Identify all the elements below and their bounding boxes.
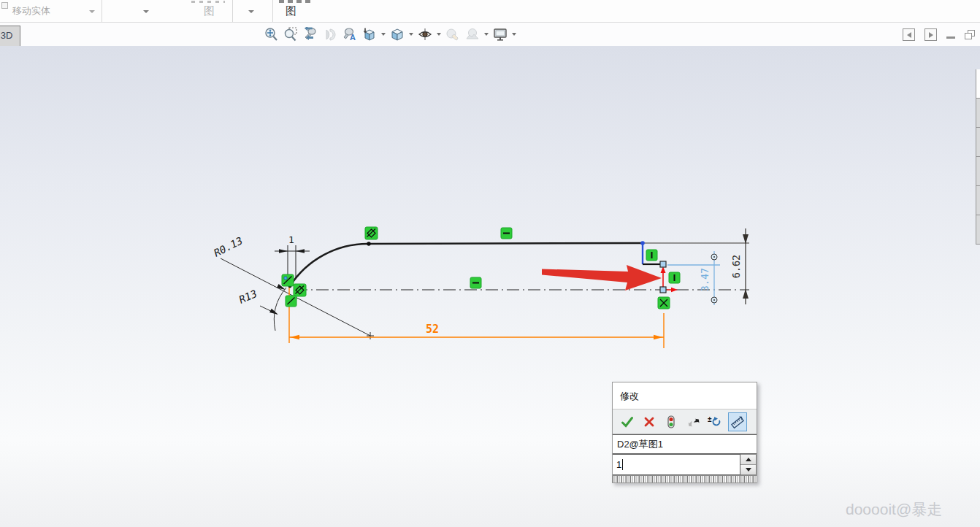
accept-button[interactable] xyxy=(619,413,636,431)
constraint-coincident-icon[interactable] xyxy=(658,297,670,309)
top-offset-dimension[interactable]: 1 xyxy=(275,234,310,281)
task-pane-tab[interactable] xyxy=(976,157,980,186)
constraint-tangent-icon[interactable] xyxy=(286,296,296,307)
x-icon xyxy=(643,416,655,428)
reset-spin-increment-button[interactable]: ± xyxy=(706,413,724,431)
endpoint-handle[interactable] xyxy=(660,287,666,293)
sketch-profile[interactable] xyxy=(288,242,643,288)
svg-text:R13: R13 xyxy=(237,288,259,306)
svg-text:R0.13: R0.13 xyxy=(212,234,245,258)
svg-text:±: ± xyxy=(708,415,712,423)
task-pane-tab[interactable] xyxy=(976,215,980,245)
thumbwheel[interactable] xyxy=(613,475,757,482)
solidworks-window: { "toolbar_top": { "move_entities_label"… xyxy=(0,0,980,527)
task-pane-tab[interactable] xyxy=(976,99,980,128)
construction-arc[interactable] xyxy=(274,288,286,331)
task-pane-tab[interactable] xyxy=(976,69,980,99)
arc-radius-dimension[interactable]: R13 xyxy=(237,288,278,315)
ruler-icon xyxy=(730,415,745,429)
length-dimension[interactable]: 52 xyxy=(289,288,664,348)
value-spinner xyxy=(740,454,757,475)
rebuild-button[interactable] xyxy=(662,413,680,431)
constraint-vertical-icon[interactable] xyxy=(669,272,680,283)
text-cursor xyxy=(622,459,623,470)
dimension-value-input[interactable]: 1 xyxy=(613,454,740,475)
height-dimension[interactable]: 6.62 xyxy=(730,228,749,304)
constraint-tangent-icon[interactable] xyxy=(365,227,378,239)
reverse-arrows-icon xyxy=(686,415,700,428)
svg-text:1: 1 xyxy=(288,234,294,245)
constraint-vertical-icon[interactable] xyxy=(646,250,657,261)
constraint-horizontal-icon[interactable] xyxy=(470,277,481,288)
modify-dialog-toolbar: ± xyxy=(613,409,757,434)
reverse-sense-button[interactable] xyxy=(684,413,702,431)
svg-text:52: 52 xyxy=(426,323,439,336)
arrow-up-icon xyxy=(746,458,751,461)
fillet-radius-dimension[interactable]: R0.13 xyxy=(212,234,374,339)
cancel-button[interactable] xyxy=(640,413,658,431)
watermark: dooooit@暴走 xyxy=(846,499,942,520)
dimension-value-text: 1 xyxy=(616,459,621,470)
check-icon xyxy=(621,415,634,428)
value-row: 1 xyxy=(613,454,757,475)
arrow-down-icon xyxy=(746,468,751,472)
dimension-name-field[interactable]: D2@草图1 xyxy=(613,434,757,454)
endpoint-handle[interactable] xyxy=(660,261,666,267)
sketch-overlay: R0.13 R13 1 52 6.62 xyxy=(0,0,980,527)
spinner-down-button[interactable] xyxy=(740,465,756,474)
constraint-tangent-icon[interactable] xyxy=(294,284,306,296)
modify-dialog-title: 修改 xyxy=(613,382,757,409)
spinner-up-button[interactable] xyxy=(740,455,756,465)
red-annotation-arrow xyxy=(542,265,662,291)
plus-minus-undo-icon: ± xyxy=(708,415,722,428)
task-pane-tab[interactable] xyxy=(976,128,980,157)
svg-text:3.47: 3.47 xyxy=(699,268,711,292)
svg-text:6.62: 6.62 xyxy=(730,255,742,279)
task-pane-tab[interactable] xyxy=(976,186,980,215)
constraint-horizontal-icon[interactable] xyxy=(501,228,512,239)
task-pane-tab-strip[interactable] xyxy=(976,69,980,245)
constraint-tangent-icon[interactable] xyxy=(282,274,294,286)
modify-dialog: 修改 ± xyxy=(612,382,757,483)
traffic-light-icon xyxy=(665,415,678,428)
mark-for-drawing-button[interactable] xyxy=(728,412,747,431)
